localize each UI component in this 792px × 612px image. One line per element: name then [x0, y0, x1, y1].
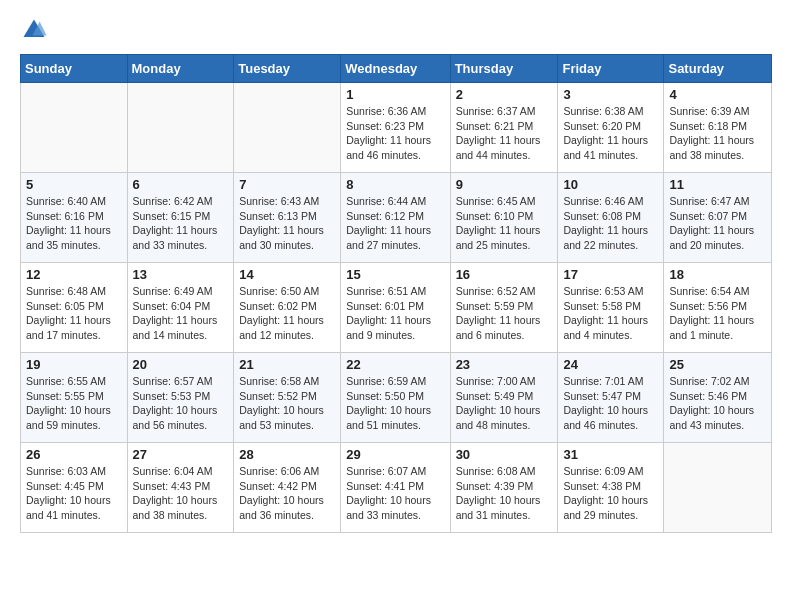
calendar-cell: 16Sunrise: 6:52 AMSunset: 5:59 PMDayligh…	[450, 263, 558, 353]
day-info: Sunrise: 6:51 AMSunset: 6:01 PMDaylight:…	[346, 284, 444, 343]
calendar-week-1: 1Sunrise: 6:36 AMSunset: 6:23 PMDaylight…	[21, 83, 772, 173]
calendar-cell: 25Sunrise: 7:02 AMSunset: 5:46 PMDayligh…	[664, 353, 772, 443]
calendar-cell: 18Sunrise: 6:54 AMSunset: 5:56 PMDayligh…	[664, 263, 772, 353]
day-info: Sunrise: 7:00 AMSunset: 5:49 PMDaylight:…	[456, 374, 553, 433]
calendar-cell: 26Sunrise: 6:03 AMSunset: 4:45 PMDayligh…	[21, 443, 128, 533]
day-number: 22	[346, 357, 444, 372]
calendar-cell	[664, 443, 772, 533]
day-info: Sunrise: 6:07 AMSunset: 4:41 PMDaylight:…	[346, 464, 444, 523]
calendar-table: SundayMondayTuesdayWednesdayThursdayFrid…	[20, 54, 772, 533]
calendar-week-2: 5Sunrise: 6:40 AMSunset: 6:16 PMDaylight…	[21, 173, 772, 263]
day-info: Sunrise: 6:52 AMSunset: 5:59 PMDaylight:…	[456, 284, 553, 343]
weekday-tuesday: Tuesday	[234, 55, 341, 83]
day-info: Sunrise: 6:54 AMSunset: 5:56 PMDaylight:…	[669, 284, 766, 343]
calendar-cell: 8Sunrise: 6:44 AMSunset: 6:12 PMDaylight…	[341, 173, 450, 263]
calendar-cell: 31Sunrise: 6:09 AMSunset: 4:38 PMDayligh…	[558, 443, 664, 533]
weekday-wednesday: Wednesday	[341, 55, 450, 83]
day-number: 28	[239, 447, 335, 462]
day-number: 19	[26, 357, 122, 372]
day-number: 23	[456, 357, 553, 372]
day-number: 11	[669, 177, 766, 192]
day-number: 16	[456, 267, 553, 282]
calendar-cell: 10Sunrise: 6:46 AMSunset: 6:08 PMDayligh…	[558, 173, 664, 263]
weekday-saturday: Saturday	[664, 55, 772, 83]
weekday-friday: Friday	[558, 55, 664, 83]
calendar-week-3: 12Sunrise: 6:48 AMSunset: 6:05 PMDayligh…	[21, 263, 772, 353]
day-number: 1	[346, 87, 444, 102]
calendar-week-4: 19Sunrise: 6:55 AMSunset: 5:55 PMDayligh…	[21, 353, 772, 443]
day-info: Sunrise: 6:59 AMSunset: 5:50 PMDaylight:…	[346, 374, 444, 433]
calendar-cell: 15Sunrise: 6:51 AMSunset: 6:01 PMDayligh…	[341, 263, 450, 353]
day-info: Sunrise: 6:40 AMSunset: 6:16 PMDaylight:…	[26, 194, 122, 253]
calendar-cell: 3Sunrise: 6:38 AMSunset: 6:20 PMDaylight…	[558, 83, 664, 173]
day-info: Sunrise: 6:47 AMSunset: 6:07 PMDaylight:…	[669, 194, 766, 253]
calendar-cell: 4Sunrise: 6:39 AMSunset: 6:18 PMDaylight…	[664, 83, 772, 173]
day-number: 4	[669, 87, 766, 102]
day-number: 29	[346, 447, 444, 462]
day-info: Sunrise: 6:39 AMSunset: 6:18 PMDaylight:…	[669, 104, 766, 163]
day-number: 12	[26, 267, 122, 282]
page: SundayMondayTuesdayWednesdayThursdayFrid…	[0, 0, 792, 549]
day-number: 17	[563, 267, 658, 282]
day-number: 31	[563, 447, 658, 462]
calendar-cell: 28Sunrise: 6:06 AMSunset: 4:42 PMDayligh…	[234, 443, 341, 533]
day-number: 13	[133, 267, 229, 282]
calendar-cell: 23Sunrise: 7:00 AMSunset: 5:49 PMDayligh…	[450, 353, 558, 443]
day-number: 8	[346, 177, 444, 192]
calendar-cell	[234, 83, 341, 173]
day-info: Sunrise: 6:09 AMSunset: 4:38 PMDaylight:…	[563, 464, 658, 523]
calendar-cell: 19Sunrise: 6:55 AMSunset: 5:55 PMDayligh…	[21, 353, 128, 443]
day-info: Sunrise: 6:50 AMSunset: 6:02 PMDaylight:…	[239, 284, 335, 343]
calendar-cell: 9Sunrise: 6:45 AMSunset: 6:10 PMDaylight…	[450, 173, 558, 263]
calendar-cell: 21Sunrise: 6:58 AMSunset: 5:52 PMDayligh…	[234, 353, 341, 443]
day-info: Sunrise: 6:08 AMSunset: 4:39 PMDaylight:…	[456, 464, 553, 523]
day-info: Sunrise: 7:02 AMSunset: 5:46 PMDaylight:…	[669, 374, 766, 433]
day-info: Sunrise: 6:55 AMSunset: 5:55 PMDaylight:…	[26, 374, 122, 433]
day-number: 14	[239, 267, 335, 282]
day-info: Sunrise: 6:36 AMSunset: 6:23 PMDaylight:…	[346, 104, 444, 163]
day-info: Sunrise: 6:04 AMSunset: 4:43 PMDaylight:…	[133, 464, 229, 523]
day-info: Sunrise: 6:53 AMSunset: 5:58 PMDaylight:…	[563, 284, 658, 343]
day-number: 20	[133, 357, 229, 372]
calendar-cell: 6Sunrise: 6:42 AMSunset: 6:15 PMDaylight…	[127, 173, 234, 263]
day-number: 5	[26, 177, 122, 192]
day-info: Sunrise: 6:49 AMSunset: 6:04 PMDaylight:…	[133, 284, 229, 343]
calendar-week-5: 26Sunrise: 6:03 AMSunset: 4:45 PMDayligh…	[21, 443, 772, 533]
calendar-cell: 1Sunrise: 6:36 AMSunset: 6:23 PMDaylight…	[341, 83, 450, 173]
calendar-cell: 24Sunrise: 7:01 AMSunset: 5:47 PMDayligh…	[558, 353, 664, 443]
day-number: 18	[669, 267, 766, 282]
calendar-cell	[21, 83, 128, 173]
day-info: Sunrise: 6:03 AMSunset: 4:45 PMDaylight:…	[26, 464, 122, 523]
calendar-cell: 17Sunrise: 6:53 AMSunset: 5:58 PMDayligh…	[558, 263, 664, 353]
day-info: Sunrise: 6:42 AMSunset: 6:15 PMDaylight:…	[133, 194, 229, 253]
day-number: 21	[239, 357, 335, 372]
day-number: 7	[239, 177, 335, 192]
calendar-cell: 12Sunrise: 6:48 AMSunset: 6:05 PMDayligh…	[21, 263, 128, 353]
logo	[20, 16, 52, 44]
calendar-cell: 11Sunrise: 6:47 AMSunset: 6:07 PMDayligh…	[664, 173, 772, 263]
weekday-sunday: Sunday	[21, 55, 128, 83]
day-number: 25	[669, 357, 766, 372]
weekday-header-row: SundayMondayTuesdayWednesdayThursdayFrid…	[21, 55, 772, 83]
calendar-cell: 30Sunrise: 6:08 AMSunset: 4:39 PMDayligh…	[450, 443, 558, 533]
day-info: Sunrise: 6:37 AMSunset: 6:21 PMDaylight:…	[456, 104, 553, 163]
day-info: Sunrise: 7:01 AMSunset: 5:47 PMDaylight:…	[563, 374, 658, 433]
calendar-cell: 2Sunrise: 6:37 AMSunset: 6:21 PMDaylight…	[450, 83, 558, 173]
day-number: 9	[456, 177, 553, 192]
day-number: 27	[133, 447, 229, 462]
day-number: 15	[346, 267, 444, 282]
day-info: Sunrise: 6:57 AMSunset: 5:53 PMDaylight:…	[133, 374, 229, 433]
header	[20, 16, 772, 44]
day-info: Sunrise: 6:44 AMSunset: 6:12 PMDaylight:…	[346, 194, 444, 253]
calendar-cell: 29Sunrise: 6:07 AMSunset: 4:41 PMDayligh…	[341, 443, 450, 533]
calendar-cell: 22Sunrise: 6:59 AMSunset: 5:50 PMDayligh…	[341, 353, 450, 443]
day-info: Sunrise: 6:48 AMSunset: 6:05 PMDaylight:…	[26, 284, 122, 343]
calendar-cell: 13Sunrise: 6:49 AMSunset: 6:04 PMDayligh…	[127, 263, 234, 353]
day-info: Sunrise: 6:06 AMSunset: 4:42 PMDaylight:…	[239, 464, 335, 523]
day-number: 24	[563, 357, 658, 372]
calendar-cell: 7Sunrise: 6:43 AMSunset: 6:13 PMDaylight…	[234, 173, 341, 263]
day-info: Sunrise: 6:58 AMSunset: 5:52 PMDaylight:…	[239, 374, 335, 433]
day-number: 3	[563, 87, 658, 102]
day-info: Sunrise: 6:38 AMSunset: 6:20 PMDaylight:…	[563, 104, 658, 163]
day-info: Sunrise: 6:45 AMSunset: 6:10 PMDaylight:…	[456, 194, 553, 253]
